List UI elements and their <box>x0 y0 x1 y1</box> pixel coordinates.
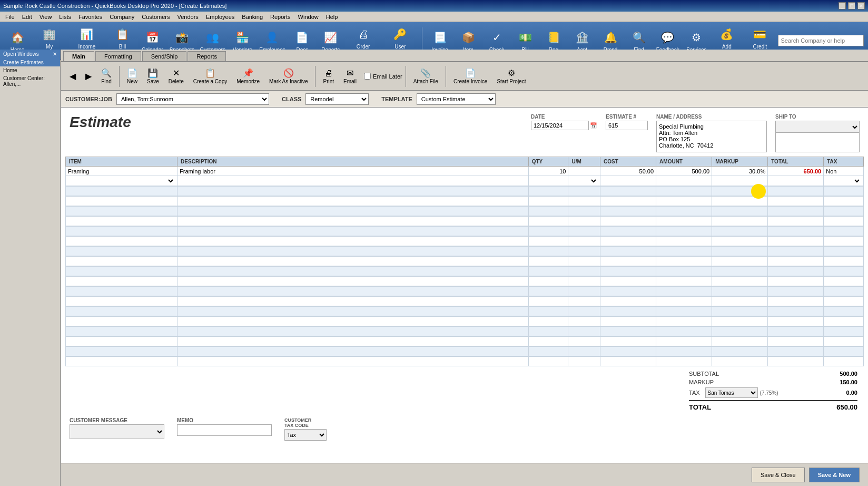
window-title: Sample Rock Castle Construction - QuickB… <box>3 3 226 9</box>
customer-message-select[interactable] <box>70 424 164 439</box>
new-desc-cell[interactable] <box>177 176 529 186</box>
memorize-icon: 📌 <box>243 68 253 78</box>
prev-btn[interactable]: ◀ <box>65 70 80 83</box>
bill-tracker-icon: 📋 <box>114 26 131 43</box>
tab-formatting[interactable]: Formatting <box>95 51 141 61</box>
cell-description[interactable]: Framing labor <box>177 167 529 176</box>
services-icon: ⚙ <box>688 29 705 46</box>
ship-to-select[interactable] <box>776 121 859 133</box>
logo-area <box>70 465 133 484</box>
menu-file[interactable]: File <box>2 13 18 21</box>
new-qty-cell[interactable] <box>528 176 568 186</box>
new-tax-select[interactable] <box>826 177 861 184</box>
estimate-num-input[interactable] <box>606 121 648 130</box>
calendar-picker-icon[interactable]: 📅 <box>590 122 597 129</box>
my-company-icon: 🏢 <box>41 26 58 43</box>
credit-cards-icon: 💳 <box>752 26 768 43</box>
customer-job-select[interactable]: Allen, Tom:Sunroom <box>116 93 269 105</box>
cell-item[interactable]: Framing <box>66 167 177 176</box>
save-close-button[interactable]: Save & Close <box>752 468 805 482</box>
template-select[interactable]: Custom Estimate <box>417 93 496 105</box>
empty-row <box>66 307 864 316</box>
new-um-select[interactable] <box>570 177 598 184</box>
menu-edit[interactable]: Edit <box>19 13 35 21</box>
close-btn[interactable]: ✕ <box>857 2 865 9</box>
create-copy-btn[interactable]: 📋 Create a Copy <box>189 67 231 85</box>
menu-favorites[interactable]: Favorites <box>75 13 105 21</box>
delete-btn[interactable]: ✕ Delete <box>164 67 188 85</box>
cell-um[interactable] <box>568 167 600 176</box>
main-content-area: Main Formatting Send/Ship Reports ◀ ▶ 🔍 … <box>61 50 868 486</box>
line-items-section: ITEM DESCRIPTION QTY U/M COST AMOUNT MAR… <box>65 157 864 366</box>
start-project-btn[interactable]: ⚙ Start Project <box>492 67 530 85</box>
menu-reports[interactable]: Reports <box>267 13 294 21</box>
email-later-label: Email Later <box>373 73 402 80</box>
cell-cost[interactable]: 50.00 <box>600 167 656 176</box>
open-windows-close[interactable]: ✕ <box>53 51 57 57</box>
save-new-button[interactable]: Save & New <box>809 468 860 482</box>
new-btn[interactable]: 📄 New <box>123 67 142 85</box>
save-btn-icon: 💾 <box>147 68 158 78</box>
class-select[interactable]: Remodel <box>305 93 369 105</box>
open-windows-customer-center[interactable]: Customer Center: Allen,... <box>0 74 60 88</box>
menu-employees[interactable]: Employees <box>203 13 238 21</box>
mark-inactive-btn[interactable]: 🚫 Mark As Inactive <box>265 67 312 85</box>
menu-banking[interactable]: Banking <box>239 13 266 21</box>
empty-row <box>66 227 864 236</box>
new-markup-cell[interactable] <box>712 176 768 186</box>
memorize-btn[interactable]: 📌 Memorize <box>232 67 264 85</box>
new-um-cell[interactable] <box>568 176 600 186</box>
ship-to-group: SHIP TO <box>775 114 860 152</box>
empty-rows-container <box>65 186 864 366</box>
save-btn[interactable]: 💾 Save <box>143 67 163 85</box>
find-btn[interactable]: 🔍 Find <box>97 67 116 85</box>
menu-company[interactable]: Company <box>106 13 137 21</box>
cell-qty[interactable]: 10 <box>528 167 568 176</box>
ship-to-box <box>775 121 860 152</box>
email-later-checkbox[interactable] <box>364 73 371 80</box>
empty-row <box>66 287 864 296</box>
tab-send-ship[interactable]: Send/Ship <box>142 51 187 61</box>
new-total-cell[interactable] <box>768 176 824 186</box>
cell-amount[interactable]: 500.00 <box>656 167 712 176</box>
minimize-btn[interactable]: _ <box>839 2 846 9</box>
col-header-amount: AMOUNT <box>656 157 712 167</box>
tab-main[interactable]: Main <box>63 51 94 61</box>
menu-customers[interactable]: Customers <box>139 13 173 21</box>
create-invoice-btn[interactable]: 📄 Create Invoice <box>449 67 491 85</box>
tax-row: TAX San Tomas (7.75%) 0.00 <box>689 387 857 398</box>
cell-markup[interactable]: 30.0% <box>712 167 768 176</box>
restore-btn[interactable]: □ <box>848 2 855 9</box>
new-item-select[interactable] <box>68 177 175 184</box>
estimate-num-label: ESTIMATE # <box>606 114 648 120</box>
email-btn[interactable]: ✉ Email <box>339 67 361 85</box>
company-search-input[interactable] <box>778 35 864 46</box>
cell-total[interactable]: 650.00 <box>768 167 824 176</box>
tax-agency-select[interactable]: San Tomas <box>705 387 758 398</box>
attach-file-btn[interactable]: 📎 Attach File <box>409 67 442 85</box>
next-btn[interactable]: ▶ <box>81 70 96 83</box>
memo-input[interactable] <box>177 424 272 436</box>
new-item-cell[interactable] <box>66 176 177 186</box>
new-tax-cell[interactable] <box>824 176 864 186</box>
tax-code-select[interactable]: Tax <box>284 429 327 441</box>
new-cost-cell[interactable] <box>600 176 656 186</box>
menu-view[interactable]: View <box>36 13 55 21</box>
tab-reports[interactable]: Reports <box>188 51 226 61</box>
menu-window[interactable]: Window <box>295 13 322 21</box>
cell-tax[interactable]: Non <box>824 167 864 176</box>
open-windows-create-estimates[interactable]: Create Estimates <box>0 59 60 66</box>
markup-value: 150.00 <box>840 379 857 385</box>
empty-row <box>66 327 864 336</box>
menu-help[interactable]: Help <box>323 13 341 21</box>
menu-lists[interactable]: Lists <box>56 13 74 21</box>
new-amount-cell[interactable] <box>656 176 712 186</box>
col-header-um: U/M <box>568 157 600 167</box>
open-windows-home[interactable]: Home <box>0 66 60 74</box>
col-header-cost: COST <box>600 157 656 167</box>
menu-vendors[interactable]: Vendors <box>174 13 202 21</box>
bottom-left <box>70 465 133 484</box>
check-icon: ✓ <box>488 29 505 46</box>
date-input[interactable] <box>531 121 589 130</box>
print-btn[interactable]: 🖨 Print <box>319 67 338 85</box>
